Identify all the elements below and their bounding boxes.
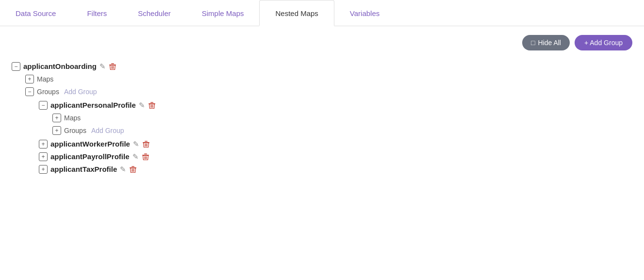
tab-scheduler[interactable]: Scheduler xyxy=(122,0,186,26)
delete-icon-worker-profile[interactable] xyxy=(142,140,150,148)
personal-profile-label: applicantPersonalProfile xyxy=(50,101,136,109)
tab-bar: Data Source Filters Scheduler Simple Map… xyxy=(0,0,644,26)
tree-row-maps-personal: + Maps xyxy=(39,112,632,124)
tab-variables[interactable]: Variables xyxy=(334,0,395,26)
delete-icon-personal-profile[interactable] xyxy=(148,101,156,109)
groups-label-root: Groups xyxy=(37,88,59,96)
tree-row-tax-profile: + applicantTaxProfile ✎ xyxy=(12,163,632,176)
tab-filters[interactable]: Filters xyxy=(71,0,122,26)
svg-rect-6 xyxy=(150,102,153,103)
tree-item-applicantOnboarding: − applicantOnboarding ✎ + Maps − G xyxy=(12,60,632,176)
tax-profile-label: applicantTaxProfile xyxy=(50,165,117,173)
edit-icon-tax-profile[interactable]: ✎ xyxy=(120,165,126,174)
minus-square-icon: □ xyxy=(531,39,535,47)
svg-rect-1 xyxy=(111,63,114,64)
maps-label-personal: Maps xyxy=(64,114,81,122)
groups-label-personal: Groups xyxy=(64,127,86,134)
payroll-profile-label: applicantPayrollProfile xyxy=(50,152,130,161)
tree-row-worker-profile: + applicantWorkerProfile ✎ xyxy=(12,138,632,150)
collapse-icon-root[interactable]: − xyxy=(12,62,20,71)
expand-icon-maps-root[interactable]: + xyxy=(25,75,34,83)
toolbar: □ Hide All + Add Group xyxy=(0,26,644,55)
tree-container: − applicantOnboarding ✎ + Maps − G xyxy=(0,55,644,188)
expand-icon-worker-profile[interactable]: + xyxy=(39,140,48,148)
add-group-link-root[interactable]: Add Group xyxy=(64,88,97,96)
tab-data-source[interactable]: Data Source xyxy=(0,0,71,26)
tree-row-groups-personal: + Groups Add Group xyxy=(39,124,632,137)
tree-row-personal-profile: − applicantPersonalProfile ✎ xyxy=(39,99,632,112)
add-group-link-personal[interactable]: Add Group xyxy=(91,127,124,134)
tree-row-groups-root: − Groups Add Group xyxy=(12,85,632,98)
hide-all-label: Hide All xyxy=(538,39,561,47)
tab-simple-maps[interactable]: Simple Maps xyxy=(186,0,260,26)
svg-rect-16 xyxy=(144,153,147,154)
expand-icon-groups-personal[interactable]: + xyxy=(52,126,61,135)
svg-rect-11 xyxy=(145,141,148,142)
hide-all-button[interactable]: □ Hide All xyxy=(522,35,570,50)
edit-icon-payroll-profile[interactable]: ✎ xyxy=(132,152,139,161)
expand-icon-payroll-profile[interactable]: + xyxy=(39,152,48,161)
delete-icon-tax-profile[interactable] xyxy=(129,165,137,173)
delete-icon-root[interactable] xyxy=(109,63,116,70)
svg-rect-21 xyxy=(132,166,134,167)
tab-nested-maps[interactable]: Nested Maps xyxy=(259,0,334,26)
collapse-icon-groups-root[interactable]: − xyxy=(25,87,34,96)
expand-icon-maps-personal[interactable]: + xyxy=(52,114,61,122)
add-group-label: + Add Group xyxy=(584,39,623,47)
tree-row-root: − applicantOnboarding ✎ xyxy=(12,60,632,73)
expand-icon-tax-profile[interactable]: + xyxy=(39,165,48,174)
tree-row-payroll-profile: + applicantPayrollProfile ✎ xyxy=(12,150,632,163)
worker-profile-label: applicantWorkerProfile xyxy=(50,140,130,148)
delete-icon-payroll-profile[interactable] xyxy=(142,153,149,161)
edit-icon-worker-profile[interactable]: ✎ xyxy=(133,140,139,148)
tree-row-maps-root: + Maps xyxy=(12,73,632,85)
root-label: applicantOnboarding xyxy=(23,62,97,70)
edit-icon-personal-profile[interactable]: ✎ xyxy=(139,101,145,110)
edit-icon-root[interactable]: ✎ xyxy=(99,62,106,71)
tree-item-applicantPersonalProfile: − applicantPersonalProfile ✎ + xyxy=(12,99,632,137)
add-group-button[interactable]: + Add Group xyxy=(575,35,632,50)
maps-label-root: Maps xyxy=(37,75,53,83)
collapse-icon-personal-profile[interactable]: − xyxy=(39,101,48,110)
